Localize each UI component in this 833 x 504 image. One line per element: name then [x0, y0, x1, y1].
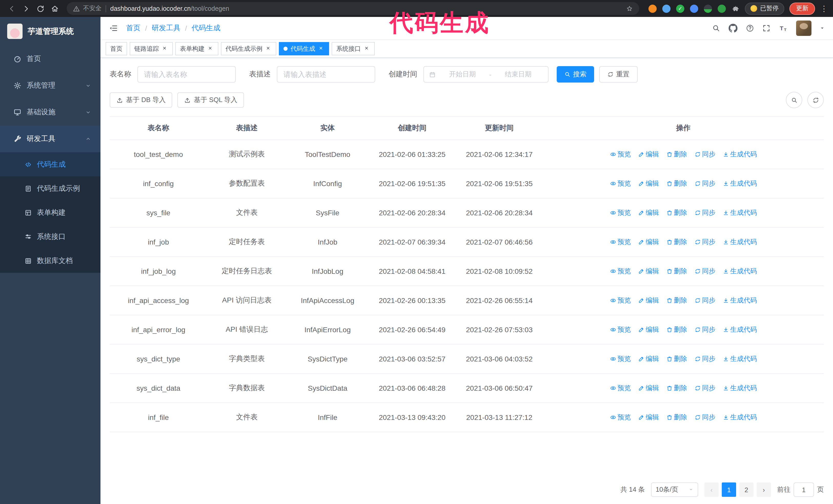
- sync-link[interactable]: 同步: [694, 325, 715, 334]
- search-button[interactable]: 搜索: [557, 66, 594, 82]
- table-desc-input[interactable]: [277, 66, 375, 82]
- sync-link[interactable]: 同步: [694, 179, 715, 188]
- import-sql-button[interactable]: 基于 SQL 导入: [177, 92, 244, 108]
- browser-back-button[interactable]: [5, 2, 19, 15]
- extension-icon-orange[interactable]: [648, 4, 657, 13]
- generate-code-link[interactable]: 生成代码: [722, 150, 757, 159]
- generate-code-link[interactable]: 生成代码: [722, 296, 757, 305]
- import-db-button[interactable]: 基于 DB 导入: [110, 92, 172, 108]
- sidebar-item-db-doc[interactable]: 数据库文档: [0, 249, 100, 273]
- extension-icon-people[interactable]: [690, 4, 698, 13]
- edit-link[interactable]: 编辑: [638, 150, 659, 159]
- generate-code-link[interactable]: 生成代码: [722, 325, 757, 334]
- generate-code-link[interactable]: 生成代码: [722, 237, 757, 247]
- breadcrumb-devtools[interactable]: 研发工具: [152, 24, 181, 33]
- tab-codegen-example[interactable]: 代码生成示例×: [221, 42, 276, 55]
- delete-link[interactable]: 删除: [666, 413, 687, 422]
- sync-link[interactable]: 同步: [694, 208, 715, 217]
- preview-link[interactable]: 预览: [610, 237, 631, 247]
- edit-link[interactable]: 编辑: [638, 354, 659, 363]
- delete-link[interactable]: 删除: [666, 208, 687, 217]
- tab-home[interactable]: 首页: [105, 42, 127, 55]
- extension-icon-blue[interactable]: [662, 4, 670, 13]
- delete-link[interactable]: 删除: [666, 267, 687, 276]
- extensions-puzzle-icon[interactable]: [732, 4, 740, 13]
- preview-link[interactable]: 预览: [610, 296, 631, 305]
- browser-update-button[interactable]: 更新: [789, 2, 815, 15]
- tab-codegen-active[interactable]: 代码生成×: [279, 42, 329, 55]
- preview-link[interactable]: 预览: [610, 384, 631, 393]
- address-bar[interactable]: 不安全 dashboard.yudao.iocoder.cn/tool/code…: [67, 2, 639, 15]
- browser-menu-dots-icon[interactable]: ⋮: [820, 4, 828, 13]
- close-icon[interactable]: ×: [264, 45, 272, 52]
- avatar-caret-down-icon[interactable]: [820, 26, 825, 31]
- date-end-placeholder[interactable]: 结束日期: [493, 70, 543, 79]
- logo-area[interactable]: 芋道管理系统: [0, 17, 100, 46]
- reset-button[interactable]: 重置: [599, 66, 638, 82]
- generate-code-link[interactable]: 生成代码: [722, 267, 757, 276]
- close-icon[interactable]: ×: [207, 45, 214, 52]
- sync-link[interactable]: 同步: [694, 296, 715, 305]
- sync-link[interactable]: 同步: [694, 384, 715, 393]
- user-avatar[interactable]: [796, 21, 811, 36]
- generate-code-link[interactable]: 生成代码: [722, 384, 757, 393]
- delete-link[interactable]: 删除: [666, 384, 687, 393]
- preview-link[interactable]: 预览: [610, 413, 631, 422]
- github-icon[interactable]: [729, 24, 738, 33]
- generate-code-link[interactable]: 生成代码: [722, 208, 757, 217]
- sync-link[interactable]: 同步: [694, 354, 715, 363]
- sidebar-item-system-api[interactable]: 系统接口: [0, 224, 100, 249]
- extension-icon-dark-green[interactable]: [704, 4, 712, 13]
- generate-code-link[interactable]: 生成代码: [722, 179, 757, 188]
- sidebar-item-codegen[interactable]: 代码生成: [0, 152, 100, 176]
- delete-link[interactable]: 删除: [666, 325, 687, 334]
- sync-link[interactable]: 同步: [694, 237, 715, 247]
- tab-form-builder[interactable]: 表单构建×: [175, 42, 218, 55]
- extension-icon-green-check[interactable]: [676, 4, 684, 13]
- font-size-icon[interactable]: [779, 24, 788, 33]
- browser-forward-button[interactable]: [20, 2, 33, 15]
- edit-link[interactable]: 编辑: [638, 413, 659, 422]
- preview-link[interactable]: 预览: [610, 267, 631, 276]
- sidebar-item-codegen-example[interactable]: 代码生成示例: [0, 176, 100, 200]
- sidebar-fold-icon[interactable]: [109, 24, 118, 33]
- refresh-table-button[interactable]: [807, 92, 824, 108]
- edit-link[interactable]: 编辑: [638, 208, 659, 217]
- bookmark-star-icon[interactable]: [626, 5, 633, 12]
- fullscreen-icon[interactable]: [762, 24, 770, 32]
- edit-link[interactable]: 编辑: [638, 325, 659, 334]
- date-range-picker[interactable]: 开始日期 - 结束日期: [423, 66, 548, 82]
- pager-page-1[interactable]: 1: [722, 482, 736, 497]
- sync-link[interactable]: 同步: [694, 267, 715, 276]
- sidebar-item-system[interactable]: 系统管理: [0, 72, 100, 99]
- sidebar-item-devtools[interactable]: 研发工具: [0, 126, 100, 152]
- delete-link[interactable]: 删除: [666, 237, 687, 247]
- browser-home-button[interactable]: [48, 2, 62, 15]
- tab-tracing[interactable]: 链路追踪×: [130, 42, 173, 55]
- table-name-input[interactable]: [137, 66, 236, 82]
- toggle-search-button[interactable]: [786, 92, 802, 108]
- generate-code-link[interactable]: 生成代码: [722, 413, 757, 422]
- sidebar-item-form-builder[interactable]: 表单构建: [0, 200, 100, 224]
- preview-link[interactable]: 预览: [610, 150, 631, 159]
- goto-page-input[interactable]: [793, 482, 814, 497]
- page-size-select[interactable]: 10条/页: [651, 482, 698, 497]
- delete-link[interactable]: 删除: [666, 296, 687, 305]
- sync-link[interactable]: 同步: [694, 150, 715, 159]
- delete-link[interactable]: 删除: [666, 179, 687, 188]
- edit-link[interactable]: 编辑: [638, 296, 659, 305]
- pager-prev-button[interactable]: ‹: [704, 482, 719, 497]
- breadcrumb-home[interactable]: 首页: [126, 24, 140, 33]
- generate-code-link[interactable]: 生成代码: [722, 354, 757, 363]
- preview-link[interactable]: 预览: [610, 208, 631, 217]
- sidebar-item-home[interactable]: 首页: [0, 46, 100, 72]
- tab-system-api[interactable]: 系统接口×: [332, 42, 375, 55]
- edit-link[interactable]: 编辑: [638, 267, 659, 276]
- close-icon[interactable]: ×: [161, 45, 168, 52]
- close-icon[interactable]: ×: [317, 45, 325, 52]
- edit-link[interactable]: 编辑: [638, 179, 659, 188]
- preview-link[interactable]: 预览: [610, 354, 631, 363]
- preview-link[interactable]: 预览: [610, 325, 631, 334]
- sync-link[interactable]: 同步: [694, 413, 715, 422]
- edit-link[interactable]: 编辑: [638, 237, 659, 247]
